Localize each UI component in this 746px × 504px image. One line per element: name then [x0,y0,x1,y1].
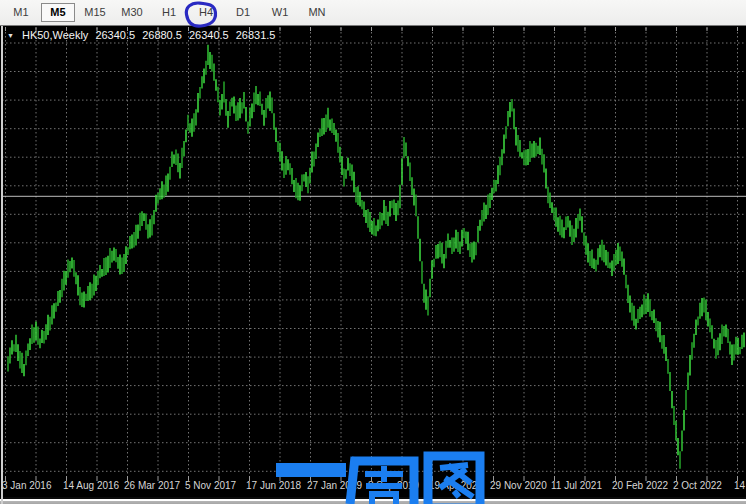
time-axis-label: 5 Nov 2017 [185,480,236,491]
time-axis-label: 11 Jul 2021 [551,480,602,491]
chart-title-bar: ▼ HK50,Weekly 26340.5 26880.5 26340.5 26… [7,29,275,41]
glyph-zhou [350,457,414,504]
timeframe-button-m1[interactable]: M1 [4,3,38,22]
time-axis-label: 14 [734,480,745,491]
weekly-chart-annotation [268,436,492,504]
collapse-triangle-icon[interactable]: ▼ [7,32,15,39]
timeframe-toolbar: M1M5M15M30H1H4D1W1MN [0,0,746,26]
timeframe-button-d1[interactable]: D1 [226,3,260,22]
time-axis-label: 3 Jan 2016 [2,480,52,491]
chart-symbol-period: HK50,Weekly [22,29,88,41]
time-axis-label: 26 Mar 2017 [124,480,180,491]
ohlc-low: 26340.5 [189,29,229,41]
w1-circle-annotation [182,0,220,29]
window-left-border [1,26,3,504]
time-axis-label: 20 Feb 2022 [612,480,668,491]
ohlc-high: 26880.5 [142,29,182,41]
timeframe-button-w1[interactable]: W1 [263,3,297,22]
chart-area[interactable] [0,26,746,497]
timeframe-button-mn[interactable]: MN [300,3,334,22]
price-chart-svg[interactable] [0,26,746,497]
glyph-yi [276,463,346,477]
timeframe-button-m15[interactable]: M15 [78,3,112,22]
time-axis-label: 2 Oct 2022 [673,480,722,491]
ohlc-close: 26831.5 [236,29,276,41]
timeframe-button-m30[interactable]: M30 [115,3,149,22]
mt4-window: M1M5M15M30H1H4D1W1MN ▼ HK50,Weekly 26340… [0,0,746,504]
ohlc-open: 26340.5 [95,29,135,41]
glyph-tu [428,456,480,504]
timeframe-button-h1[interactable]: H1 [152,3,186,22]
time-axis-label: 29 Nov 2020 [490,480,547,491]
timeframe-button-m5[interactable]: M5 [41,3,75,22]
time-axis-label: 14 Aug 2016 [63,480,119,491]
